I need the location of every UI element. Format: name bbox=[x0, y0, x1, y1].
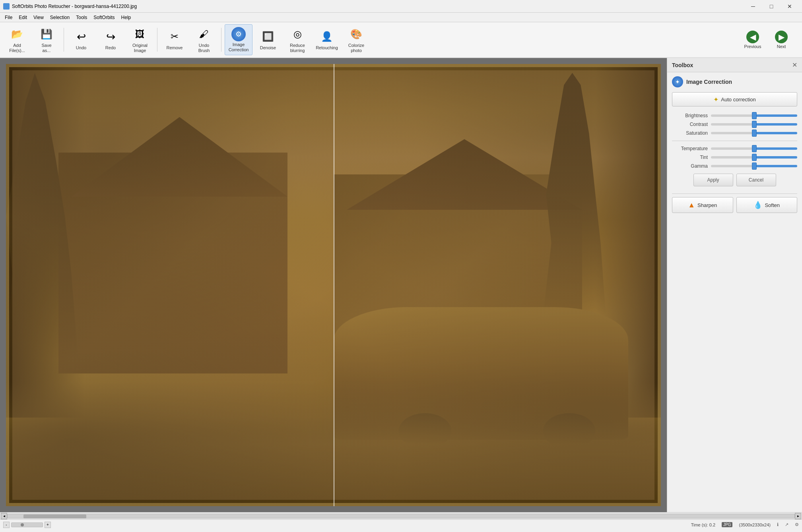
temperature-slider[interactable] bbox=[711, 147, 797, 150]
reduce-blurring-label: Reduceblurring bbox=[290, 43, 305, 53]
original-image-button[interactable]: 🖼 OriginalImage bbox=[126, 24, 154, 55]
gamma-slider[interactable] bbox=[711, 165, 797, 167]
apply-button[interactable]: Apply bbox=[693, 174, 733, 186]
share-icon[interactable]: ↗ bbox=[785, 522, 788, 527]
toolbox-panel: Toolbox ✕ ✦ Image Correction ✦ Auto corr… bbox=[667, 58, 802, 512]
menu-edit[interactable]: Edit bbox=[16, 13, 30, 22]
menu-help[interactable]: Help bbox=[118, 13, 134, 22]
undo-brush-button[interactable]: 🖌 UndoBrush bbox=[190, 24, 218, 55]
original-image-icon: 🖼 bbox=[132, 26, 148, 42]
add-file-label: AddFile(s)... bbox=[9, 43, 25, 53]
reduce-blurring-button[interactable]: ◎ Reduceblurring bbox=[284, 24, 311, 55]
saturation-label: Saturation bbox=[672, 130, 708, 136]
scroll-left-button[interactable]: ◂ bbox=[1, 513, 7, 519]
undo-label: Undo bbox=[76, 45, 86, 50]
retouching-label: Retouching bbox=[316, 45, 338, 50]
contrast-row: Contrast bbox=[672, 122, 797, 127]
redo-button[interactable]: ↪ Redo bbox=[97, 24, 124, 55]
zoom-out-button[interactable]: - bbox=[3, 522, 10, 528]
save-as-label: Saveas... bbox=[41, 43, 51, 53]
tint-row: Tint bbox=[672, 155, 797, 160]
menu-file[interactable]: File bbox=[2, 13, 16, 22]
split-line[interactable] bbox=[334, 64, 334, 506]
h-scroll-track[interactable] bbox=[7, 514, 795, 518]
contrast-thumb[interactable] bbox=[752, 121, 757, 128]
brightness-label: Brightness bbox=[672, 113, 708, 118]
saturation-slider[interactable] bbox=[711, 132, 797, 134]
brightness-thumb[interactable] bbox=[752, 112, 757, 119]
gamma-thumb[interactable] bbox=[752, 163, 757, 170]
toolbox-header: Toolbox ✕ bbox=[667, 58, 802, 72]
cancel-button[interactable]: Cancel bbox=[736, 174, 776, 186]
menu-selection[interactable]: Selection bbox=[47, 13, 73, 22]
zoom-slider-track[interactable] bbox=[11, 522, 43, 527]
settings-icon[interactable]: ⚙ bbox=[795, 522, 799, 527]
toolbar: 📂 AddFile(s)... 💾 Saveas... ↩ Undo ↪ Red… bbox=[0, 22, 802, 58]
info-icon: ℹ bbox=[777, 522, 779, 527]
tint-thumb[interactable] bbox=[752, 154, 757, 161]
remove-button[interactable]: ✂ Remove bbox=[161, 24, 188, 55]
previous-label: Previous bbox=[744, 44, 761, 49]
app-icon bbox=[3, 3, 10, 10]
add-file-icon: 📂 bbox=[9, 26, 25, 42]
colorize-photo-button[interactable]: 🎨 Colorizephoto bbox=[342, 24, 370, 55]
image-correction-label: ImageCorrection bbox=[229, 42, 249, 52]
zoom-in-button[interactable]: + bbox=[45, 522, 51, 528]
soften-button[interactable]: 💧 Soften bbox=[736, 197, 798, 213]
contrast-label: Contrast bbox=[672, 122, 708, 127]
sharpen-button[interactable]: ▲ Sharpen bbox=[672, 197, 733, 213]
correction-header: ✦ Image Correction bbox=[672, 76, 797, 87]
slider-divider bbox=[672, 141, 797, 141]
window-title: SoftOrbits Photo Retoucher - borgward-ha… bbox=[12, 4, 744, 9]
previous-icon: ◀ bbox=[746, 31, 759, 43]
brightness-slider[interactable] bbox=[711, 114, 797, 117]
toolbox-title: Toolbox bbox=[672, 62, 693, 68]
save-as-button[interactable]: 💾 Saveas... bbox=[33, 24, 60, 55]
undo-brush-label: UndoBrush bbox=[198, 43, 210, 53]
retouching-icon: 👤 bbox=[319, 29, 335, 44]
image-correction-button[interactable]: ⚙ ImageCorrection bbox=[225, 24, 252, 55]
retouching-button[interactable]: 👤 Retouching bbox=[313, 24, 341, 55]
save-as-icon: 💾 bbox=[39, 26, 54, 42]
brightness-row: Brightness bbox=[672, 113, 797, 118]
title-bar: SoftOrbits Photo Retoucher - borgward-ha… bbox=[0, 0, 802, 13]
sepia-photo bbox=[6, 64, 661, 506]
menu-softorbits[interactable]: SoftOrbits bbox=[90, 13, 118, 22]
toolbar-separator-1 bbox=[64, 28, 64, 52]
menu-tools[interactable]: Tools bbox=[73, 13, 90, 22]
contrast-slider[interactable] bbox=[711, 123, 797, 126]
temperature-thumb[interactable] bbox=[752, 145, 757, 152]
canvas-area[interactable] bbox=[0, 58, 667, 512]
denoise-icon: 🔲 bbox=[260, 29, 276, 44]
scroll-right-button[interactable]: ▸ bbox=[795, 513, 801, 519]
h-scroll-thumb[interactable] bbox=[23, 515, 86, 518]
add-file-button[interactable]: 📂 AddFile(s)... bbox=[3, 24, 31, 55]
sharpen-label: Sharpen bbox=[697, 202, 717, 208]
menu-bar: File Edit View Selection Tools SoftOrbit… bbox=[0, 13, 802, 22]
previous-button[interactable]: ◀ Previous bbox=[740, 24, 765, 55]
zoom-slider-thumb[interactable] bbox=[21, 523, 24, 526]
auto-correction-button[interactable]: ✦ Auto correction bbox=[672, 92, 797, 106]
image-correction-panel: ✦ Image Correction ✦ Auto correction Bri… bbox=[667, 72, 802, 193]
maximize-button[interactable]: □ bbox=[762, 0, 781, 13]
format-badge: JPG bbox=[722, 522, 732, 527]
soften-icon: 💧 bbox=[753, 201, 762, 209]
tint-slider[interactable] bbox=[711, 156, 797, 159]
toolbar-separator-2 bbox=[157, 28, 157, 52]
toolbox-close-button[interactable]: ✕ bbox=[792, 61, 797, 69]
gamma-row: Gamma bbox=[672, 163, 797, 169]
next-icon: ▶ bbox=[775, 31, 788, 43]
denoise-button[interactable]: 🔲 Denoise bbox=[254, 24, 282, 55]
minimize-button[interactable]: ─ bbox=[744, 0, 762, 13]
undo-button[interactable]: ↩ Undo bbox=[67, 24, 95, 55]
saturation-thumb[interactable] bbox=[752, 130, 757, 137]
action-buttons: Apply Cancel bbox=[672, 174, 797, 186]
remove-label: Remove bbox=[167, 45, 183, 50]
correction-header-icon: ✦ bbox=[672, 76, 683, 87]
close-button[interactable]: ✕ bbox=[781, 0, 799, 13]
next-button[interactable]: ▶ Next bbox=[769, 24, 794, 55]
image-dimensions: (3500x2330x24) bbox=[739, 522, 771, 527]
nav-right: ◀ Previous ▶ Next bbox=[740, 24, 799, 55]
menu-view[interactable]: View bbox=[30, 13, 47, 22]
next-label: Next bbox=[777, 44, 786, 49]
